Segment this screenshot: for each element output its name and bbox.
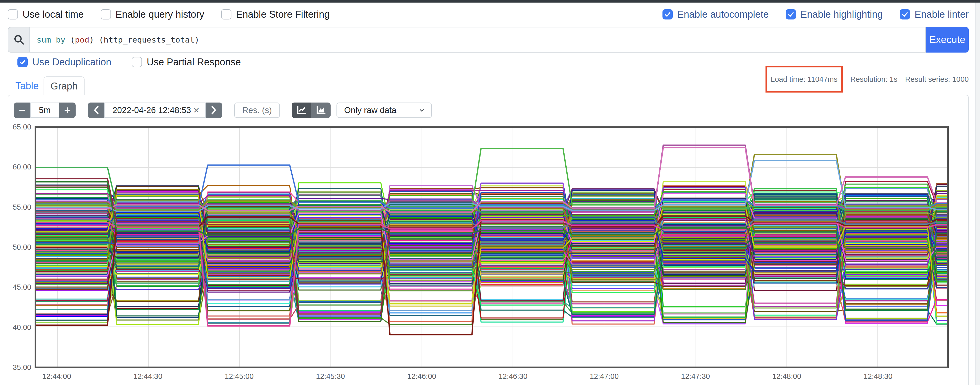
resolution-input[interactable]: Res. (s): [234, 103, 280, 118]
x-tick-label: 12:46:00: [401, 372, 442, 381]
query-row: sum by (pod) (http_requests_total) Execu…: [8, 27, 969, 52]
x-tick-label: 12:47:30: [675, 372, 716, 381]
use-local-time-checkbox[interactable]: Use local time: [8, 9, 84, 20]
checkbox-label: Enable highlighting: [800, 9, 883, 20]
checkbox-icon[interactable]: [786, 9, 796, 19]
execute-button[interactable]: Execute: [926, 27, 969, 52]
checkbox-icon[interactable]: [662, 9, 673, 19]
x-tick-label: 12:45:00: [219, 372, 259, 381]
query-token: by: [56, 35, 65, 45]
time-forward-button[interactable]: [206, 103, 222, 118]
x-tick-label: 12:44:00: [36, 372, 77, 381]
y-tick-label: 55.00: [6, 203, 31, 211]
y-tick-label: 35.00: [6, 363, 31, 372]
checkbox-label: Enable autocomplete: [677, 9, 769, 20]
x-tick-label: 12:46:30: [493, 372, 534, 381]
area-chart-toggle-icon[interactable]: [311, 103, 331, 118]
checkbox-icon[interactable]: [101, 9, 111, 19]
range-decrease-button[interactable]: −: [14, 103, 30, 118]
use-partial-response-checkbox[interactable]: Use Partial Response: [132, 57, 241, 68]
x-tick-label: 12:48:30: [858, 372, 899, 381]
enable-autocomplete-checkbox[interactable]: Enable autocomplete: [662, 9, 769, 20]
graph-toolbar: − 5m + 2022-04-26 12:48:53 ✕ Res. (s) On…: [14, 103, 432, 118]
range-input[interactable]: 5m: [30, 103, 59, 118]
resolution-stat: Resolution: 1s: [850, 75, 897, 84]
checkbox-label: Enable linter: [915, 9, 969, 20]
y-tick-label: 50.00: [6, 243, 31, 251]
query-token: http_requests_total: [103, 35, 194, 45]
checkbox-icon[interactable]: [900, 9, 910, 19]
display-mode-select[interactable]: Only raw data: [336, 103, 432, 118]
options-left: Use local time Enable query history Enab…: [8, 9, 329, 20]
time-series-chart[interactable]: [35, 126, 949, 368]
tab-table[interactable]: Table: [15, 77, 44, 95]
checkbox-label: Enable query history: [116, 9, 204, 20]
y-tick-label: 45.00: [6, 283, 31, 291]
checkbox-label: Use Deduplication: [32, 57, 111, 68]
tab-graph[interactable]: Graph: [44, 76, 84, 95]
checkbox-icon[interactable]: [221, 9, 231, 19]
x-tick-label: 12:47:00: [584, 372, 625, 381]
load-time-annotation-box: Load time: 11047ms: [765, 66, 843, 92]
query-token: pod: [75, 35, 89, 45]
scrollbar[interactable]: [975, 3, 980, 385]
y-tick-label: 40.00: [6, 323, 31, 331]
time-back-button[interactable]: [88, 103, 104, 118]
chevron-down-icon: [418, 107, 425, 113]
options-row: Use local time Enable query history Enab…: [8, 7, 969, 22]
checkbox-icon[interactable]: [8, 9, 18, 19]
enable-query-history-checkbox[interactable]: Enable query history: [101, 9, 204, 20]
enable-linter-checkbox[interactable]: Enable linter: [900, 9, 969, 20]
query-stats: Load time: 11047ms Resolution: 1s Result…: [765, 65, 969, 93]
query-page: Use local time Enable query history Enab…: [0, 0, 980, 385]
options-right: Enable autocomplete Enable highlighting …: [662, 9, 969, 20]
datetime-input[interactable]: 2022-04-26 12:48:53 ✕: [104, 103, 206, 118]
checkbox-label: Use local time: [22, 9, 84, 20]
y-tick-label: 60.00: [6, 163, 31, 171]
datetime-value: 2022-04-26 12:48:53: [113, 105, 191, 115]
checkbox-icon[interactable]: [132, 57, 142, 67]
search-icon: [8, 27, 29, 52]
use-deduplication-checkbox[interactable]: Use Deduplication: [18, 57, 111, 68]
checkbox-icon[interactable]: [18, 57, 28, 67]
enable-highlighting-checkbox[interactable]: Enable highlighting: [786, 9, 883, 20]
load-time-stat: Load time: 11047ms: [771, 75, 837, 84]
x-tick-label: 12:45:30: [310, 372, 351, 381]
x-tick-label: 12:48:00: [766, 372, 807, 381]
checkbox-label: Enable Store Filtering: [236, 9, 329, 20]
range-increase-button[interactable]: +: [59, 103, 76, 118]
query-token: sum: [37, 35, 51, 45]
clear-datetime-icon[interactable]: ✕: [193, 106, 200, 115]
x-tick-label: 12:44:30: [127, 372, 169, 381]
line-chart-toggle-icon[interactable]: [292, 103, 311, 118]
query-expression-input[interactable]: sum by (pod) (http_requests_total): [29, 27, 926, 52]
top-navbar: [0, 0, 980, 3]
chart-canvas[interactable]: [36, 128, 947, 366]
checkbox-label: Use Partial Response: [146, 57, 241, 68]
y-tick-label: 65.00: [6, 123, 31, 131]
query-sub-options: Use Deduplication Use Partial Response: [18, 56, 241, 69]
result-series-stat: Result series: 1000: [905, 75, 969, 84]
enable-store-filtering-checkbox[interactable]: Enable Store Filtering: [221, 9, 329, 20]
display-mode-value: Only raw data: [344, 105, 396, 115]
